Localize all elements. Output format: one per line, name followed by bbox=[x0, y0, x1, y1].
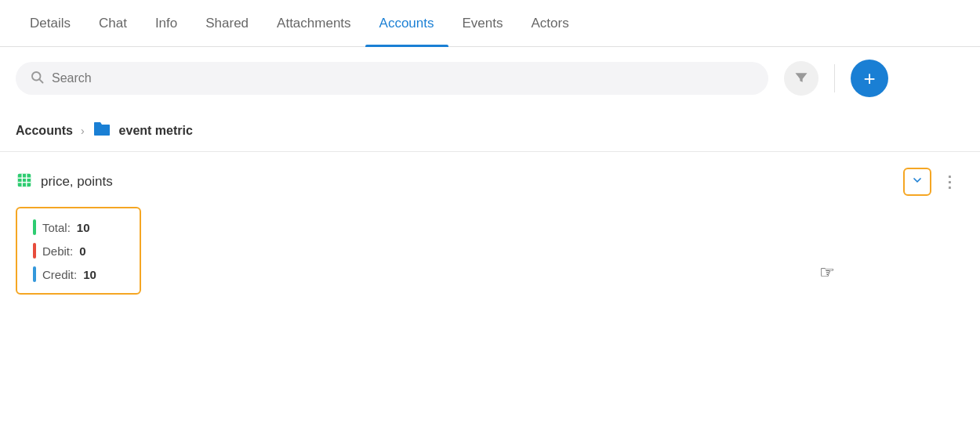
tab-chat-label: Chat bbox=[99, 16, 127, 31]
search-box[interactable] bbox=[16, 62, 768, 95]
account-card: price, points ⋮ Total: bbox=[0, 152, 980, 295]
tab-actors[interactable]: Actors bbox=[517, 0, 583, 47]
tab-info[interactable]: Info bbox=[141, 0, 191, 47]
credit-bar bbox=[33, 266, 36, 282]
svg-rect-2 bbox=[18, 173, 31, 186]
tab-info-label: Info bbox=[155, 16, 177, 31]
chevron-down-icon bbox=[911, 174, 924, 190]
stat-row-total: Total: 10 bbox=[33, 219, 124, 235]
debit-label: Debit: bbox=[42, 244, 73, 258]
total-bar bbox=[33, 219, 36, 235]
tab-accounts-label: Accounts bbox=[379, 16, 434, 31]
credit-label: Credit: bbox=[42, 268, 77, 281]
credit-value: 10 bbox=[83, 268, 96, 281]
stats-box: Total: 10 Debit: 0 Credit: 10 bbox=[16, 207, 141, 295]
debit-bar bbox=[33, 243, 36, 259]
tab-shared-label: Shared bbox=[205, 16, 249, 31]
search-input[interactable] bbox=[52, 71, 754, 85]
app-container: Details Chat Info Shared Attachments Acc… bbox=[0, 0, 980, 295]
filter-icon bbox=[793, 70, 809, 88]
card-actions: ⋮ bbox=[903, 168, 964, 196]
toolbar-divider bbox=[834, 64, 835, 92]
breadcrumb-folder-name: event metric bbox=[119, 124, 193, 138]
tab-events-label: Events bbox=[463, 16, 503, 31]
tab-shared[interactable]: Shared bbox=[191, 0, 263, 47]
total-value: 10 bbox=[77, 221, 90, 234]
add-button[interactable]: + bbox=[851, 60, 888, 97]
breadcrumb-root[interactable]: Accounts bbox=[16, 124, 73, 138]
total-label: Total: bbox=[42, 221, 71, 234]
breadcrumb-folder-icon bbox=[93, 121, 111, 140]
spreadsheet-icon bbox=[16, 172, 33, 193]
tab-details[interactable]: Details bbox=[16, 0, 85, 47]
breadcrumb-chevron-icon: › bbox=[81, 125, 85, 137]
filter-button[interactable] bbox=[784, 61, 818, 96]
card-title-wrap: price, points bbox=[16, 172, 113, 193]
svg-line-1 bbox=[39, 79, 42, 82]
more-icon: ⋮ bbox=[942, 172, 959, 191]
collapse-button[interactable] bbox=[903, 168, 931, 196]
tab-attachments[interactable]: Attachments bbox=[263, 0, 365, 47]
tab-details-label: Details bbox=[30, 16, 71, 31]
stat-row-credit: Credit: 10 bbox=[33, 266, 124, 282]
toolbar: + bbox=[0, 47, 980, 110]
tab-events[interactable]: Events bbox=[448, 0, 517, 47]
breadcrumb: Accounts › event metric bbox=[0, 110, 980, 152]
tab-actors-label: Actors bbox=[532, 16, 569, 31]
tab-accounts[interactable]: Accounts bbox=[365, 0, 448, 47]
card-header: price, points ⋮ bbox=[16, 168, 964, 196]
search-icon bbox=[30, 70, 44, 87]
tab-chat[interactable]: Chat bbox=[85, 0, 141, 47]
stat-row-debit: Debit: 0 bbox=[33, 243, 124, 259]
debit-value: 0 bbox=[79, 244, 85, 258]
more-options-button[interactable]: ⋮ bbox=[936, 168, 964, 196]
card-title: price, points bbox=[41, 174, 113, 190]
plus-icon: + bbox=[863, 68, 875, 89]
tabs-bar: Details Chat Info Shared Attachments Acc… bbox=[0, 0, 980, 47]
tab-attachments-label: Attachments bbox=[277, 16, 351, 31]
